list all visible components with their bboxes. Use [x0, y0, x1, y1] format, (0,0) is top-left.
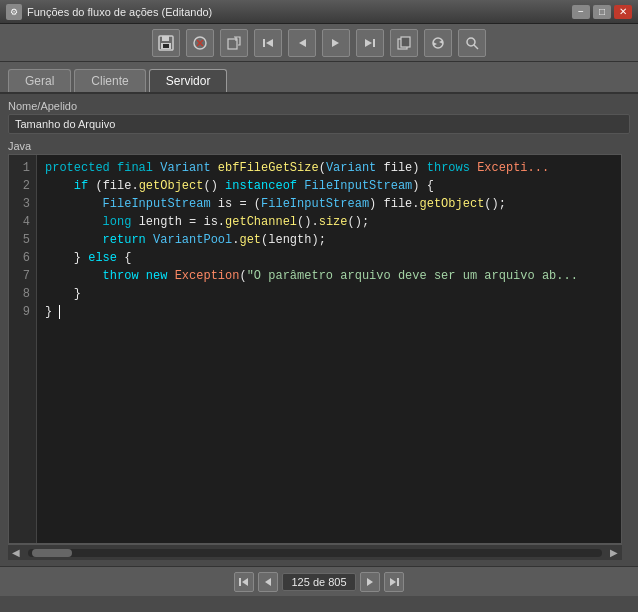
next-icon — [330, 37, 342, 49]
svg-rect-3 — [163, 44, 169, 48]
name-value: Tamanho do Arquivo — [8, 114, 630, 134]
h-scroll-track — [28, 549, 602, 557]
page-indicator: 125 de 805 — [282, 573, 355, 591]
nav-first-icon — [239, 577, 249, 587]
nav-first-button[interactable] — [234, 572, 254, 592]
nav-next-button[interactable] — [360, 572, 380, 592]
svg-marker-23 — [265, 578, 271, 586]
svg-marker-12 — [332, 39, 339, 47]
nav-prev-button[interactable] — [258, 572, 278, 592]
svg-rect-21 — [239, 578, 241, 586]
svg-marker-22 — [242, 578, 248, 586]
nav-next-icon — [365, 577, 375, 587]
svg-rect-16 — [401, 37, 410, 47]
save-button[interactable] — [152, 29, 180, 57]
last-icon — [364, 37, 376, 49]
name-label: Nome/Apelido — [8, 100, 630, 112]
save-icon — [158, 35, 174, 51]
export-icon — [227, 36, 241, 50]
code-line-7: throw new Exception("O parâmetro arquivo… — [45, 267, 613, 285]
code-section-label: Java — [8, 140, 630, 152]
code-line-1: protected final Variant ebfFileGetSize(V… — [45, 159, 613, 177]
window-title: Funções do fluxo de ações (Editando) — [27, 6, 212, 18]
refresh-button[interactable] — [424, 29, 452, 57]
main-content: Nome/Apelido Tamanho do Arquivo Java 1 2… — [0, 94, 638, 566]
first-icon — [262, 37, 274, 49]
minimize-button[interactable]: − — [572, 5, 590, 19]
code-content: protected final Variant ebfFileGetSize(V… — [37, 155, 621, 543]
code-line-6: } else { — [45, 249, 613, 267]
title-bar: ⚙ Funções do fluxo de ações (Editando) −… — [0, 0, 638, 24]
svg-marker-14 — [365, 39, 372, 47]
svg-marker-26 — [390, 578, 396, 586]
copy-icon — [397, 36, 411, 50]
prev-button[interactable] — [288, 29, 316, 57]
next-button[interactable] — [322, 29, 350, 57]
tab-geral[interactable]: Geral — [8, 69, 71, 92]
copy-button[interactable] — [390, 29, 418, 57]
code-line-2: if (file.getObject() instanceof FileInpu… — [45, 177, 613, 195]
cancel-icon — [193, 36, 207, 50]
search-button[interactable] — [458, 29, 486, 57]
search-icon — [465, 36, 479, 50]
code-editor[interactable]: 1 2 3 4 5 6 7 8 9 protected final Varian… — [8, 154, 622, 544]
toolbar — [0, 24, 638, 62]
svg-point-19 — [467, 38, 475, 46]
svg-marker-18 — [433, 42, 437, 46]
code-line-4: long length = is.getChannel().size(); — [45, 213, 613, 231]
tab-cliente[interactable]: Cliente — [74, 69, 145, 92]
maximize-button[interactable]: □ — [593, 5, 611, 19]
title-bar-buttons: − □ ✕ — [572, 5, 632, 19]
close-button[interactable]: ✕ — [614, 5, 632, 19]
svg-marker-24 — [367, 578, 373, 586]
title-bar-left: ⚙ Funções do fluxo de ações (Editando) — [6, 4, 212, 20]
h-scrollbar[interactable]: ◀ ▶ — [8, 544, 622, 560]
app-icon: ⚙ — [6, 4, 22, 20]
code-line-5: return VariantPool.get(length); — [45, 231, 613, 249]
code-line-9: } — [45, 303, 613, 321]
tab-bar: Geral Cliente Servidor — [0, 62, 638, 94]
bottom-nav: 125 de 805 — [0, 566, 638, 596]
prev-icon — [296, 37, 308, 49]
svg-marker-11 — [299, 39, 306, 47]
h-scroll-thumb[interactable] — [32, 549, 72, 557]
first-button[interactable] — [254, 29, 282, 57]
scroll-right-arrow[interactable]: ▶ — [606, 547, 622, 558]
last-button[interactable] — [356, 29, 384, 57]
svg-rect-1 — [162, 36, 169, 41]
svg-rect-25 — [397, 578, 399, 586]
svg-rect-9 — [263, 39, 265, 47]
scroll-left-arrow[interactable]: ◀ — [8, 547, 24, 558]
tab-servidor[interactable]: Servidor — [149, 69, 228, 92]
nav-last-button[interactable] — [384, 572, 404, 592]
code-line-8: } — [45, 285, 613, 303]
refresh-icon — [431, 36, 445, 50]
nav-last-icon — [389, 577, 399, 587]
svg-line-20 — [474, 45, 478, 49]
code-line-3: FileInputStream is = (FileInputStream) f… — [45, 195, 613, 213]
nav-prev-icon — [263, 577, 273, 587]
svg-marker-10 — [266, 39, 273, 47]
line-numbers: 1 2 3 4 5 6 7 8 9 — [9, 155, 37, 543]
svg-rect-13 — [373, 39, 375, 47]
export-button[interactable] — [220, 29, 248, 57]
cancel-button[interactable] — [186, 29, 214, 57]
